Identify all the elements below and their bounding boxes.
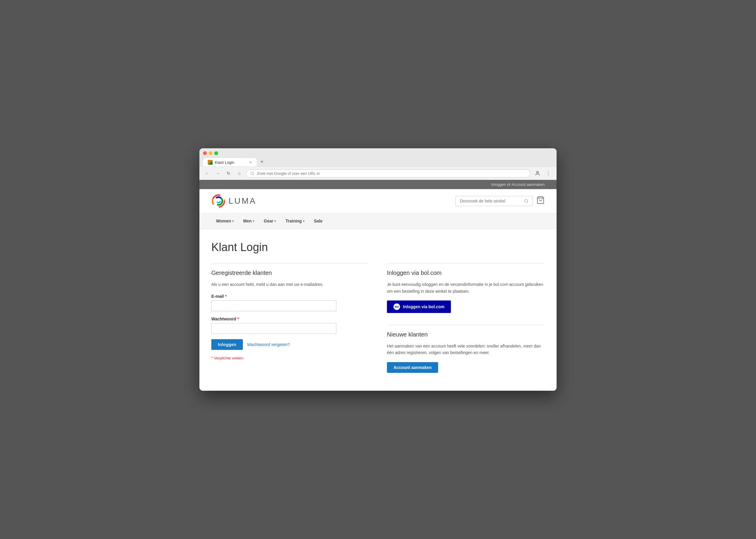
nav-women[interactable]: Women ▾ — [211, 213, 239, 229]
profile-icon[interactable] — [533, 169, 542, 178]
page-title: Klant Login — [211, 241, 545, 254]
login-row: Inloggen Wachtwoord vergeten? — [211, 339, 369, 350]
cart-icon[interactable] — [536, 196, 545, 206]
or-text: of — [507, 182, 511, 187]
browser-window: Klant Login × + ← → ↻ ⌂ — [199, 148, 557, 391]
browser-controls — [203, 151, 553, 155]
registered-section-title: Geregistreerde klanten — [211, 270, 369, 276]
refresh-button[interactable]: ↻ — [225, 169, 233, 178]
nav-gear-label: Gear — [264, 219, 273, 223]
search-bar[interactable] — [455, 196, 533, 206]
bol-section: Inloggen via bol.com Je kunt eenvoudig i… — [387, 270, 545, 313]
logo-area[interactable]: LUMA — [211, 194, 256, 208]
nav-sale[interactable]: Sale — [309, 213, 327, 229]
svg-line-9 — [527, 202, 528, 203]
bol-section-title: Inloggen via bol.com — [387, 270, 545, 276]
tab-title: Klant Login — [215, 160, 234, 165]
nav-bar: Women ▾ Men ▾ Gear ▾ Training ▾ Sale — [199, 213, 557, 229]
site-content: Inloggen of Account aanmaken LUMA — [199, 180, 557, 391]
minimize-button[interactable] — [209, 151, 213, 155]
nav-training[interactable]: Training ▾ — [281, 213, 309, 229]
login-link[interactable]: Inloggen — [491, 182, 506, 187]
password-label: Wachtwoord * — [211, 317, 369, 321]
email-label: E-mail * — [211, 294, 369, 299]
new-customers-desc: Het aanmaken van een account heeft vele … — [387, 343, 545, 356]
tab-bar: Klant Login × + — [203, 158, 553, 167]
close-button[interactable] — [203, 151, 207, 155]
email-required-star: * — [225, 294, 227, 299]
browser-tab[interactable]: Klant Login × — [203, 158, 256, 167]
email-form-group: E-mail * — [211, 294, 369, 311]
forward-button[interactable]: → — [214, 169, 222, 178]
address-bar[interactable] — [246, 170, 530, 178]
tab-close-button[interactable]: × — [249, 160, 252, 165]
search-icon — [250, 171, 254, 175]
bol-logo-icon: bol — [393, 303, 400, 310]
back-icon: ← — [205, 171, 209, 176]
main-content: Klant Login Geregistreerde klanten Als u… — [199, 229, 557, 391]
refresh-icon: ↻ — [227, 171, 230, 176]
login-button[interactable]: Inloggen — [211, 339, 243, 350]
maximize-button[interactable] — [214, 151, 218, 155]
home-icon: ⌂ — [238, 171, 241, 176]
search-input[interactable] — [460, 198, 522, 203]
logo-text: LUMA — [229, 196, 256, 206]
register-link[interactable]: Account aanmaken — [512, 182, 545, 187]
right-column: Inloggen via bol.com Je kunt eenvoudig i… — [387, 263, 545, 373]
svg-point-2 — [537, 171, 538, 173]
svg-line-1 — [253, 174, 254, 175]
nav-men[interactable]: Men ▾ — [239, 213, 259, 229]
svg-point-7 — [217, 199, 220, 203]
search-submit-icon[interactable] — [524, 198, 528, 203]
top-bar: Inloggen of Account aanmaken — [199, 180, 557, 189]
bol-section-desc: Je kunt eenvoudig inloggen en de verzend… — [387, 281, 545, 294]
nav-sale-label: Sale — [314, 219, 323, 223]
url-input[interactable] — [257, 171, 526, 176]
registered-customers-section: Geregistreerde klanten Als u een account… — [211, 263, 369, 373]
svg-point-8 — [524, 199, 527, 202]
two-column-layout: Geregistreerde klanten Als u een account… — [211, 263, 545, 373]
luma-logo-icon — [211, 194, 226, 208]
nav-gear[interactable]: Gear ▾ — [259, 213, 281, 229]
site-header: LUMA — [199, 189, 557, 213]
password-required-star: * — [237, 317, 239, 321]
forward-icon: → — [216, 171, 220, 176]
new-customers-title: Nieuwe klanten — [387, 331, 545, 338]
tab-favicon — [208, 160, 213, 165]
browser-menu-icons: ⋮ — [533, 169, 553, 178]
header-right — [455, 196, 545, 206]
new-tab-button[interactable]: + — [258, 158, 266, 166]
bol-login-button[interactable]: bol Inloggen via bol.com — [387, 300, 451, 313]
password-input[interactable] — [211, 323, 336, 334]
back-button[interactable]: ← — [203, 169, 211, 178]
nav-men-chevron: ▾ — [253, 219, 254, 223]
svg-point-0 — [251, 172, 253, 175]
nav-training-label: Training — [285, 219, 302, 223]
nav-women-chevron: ▾ — [232, 219, 234, 223]
home-button[interactable]: ⌂ — [235, 169, 243, 178]
required-note: * Verplichte velden — [211, 356, 369, 360]
traffic-lights — [203, 151, 218, 155]
create-account-button[interactable]: Account aanmaken — [387, 362, 438, 373]
nav-training-chevron: ▾ — [303, 219, 305, 223]
forgot-password-link[interactable]: Wachtwoord vergeten? — [247, 342, 290, 347]
nav-gear-chevron: ▾ — [274, 219, 276, 223]
nav-women-label: Women — [216, 219, 231, 223]
new-customers-section: Nieuwe klanten Het aanmaken van een acco… — [387, 325, 545, 373]
password-form-group: Wachtwoord * — [211, 317, 369, 334]
email-input[interactable] — [211, 300, 336, 311]
browser-toolbar: ← → ↻ ⌂ ⋮ — [199, 167, 557, 180]
browser-chrome: Klant Login × + — [199, 148, 557, 167]
nav-men-label: Men — [243, 219, 251, 223]
registered-section-desc: Als u een account hebt, meld u dan aan m… — [211, 281, 369, 288]
more-options-icon[interactable]: ⋮ — [543, 169, 553, 178]
svg-point-5 — [215, 197, 222, 205]
